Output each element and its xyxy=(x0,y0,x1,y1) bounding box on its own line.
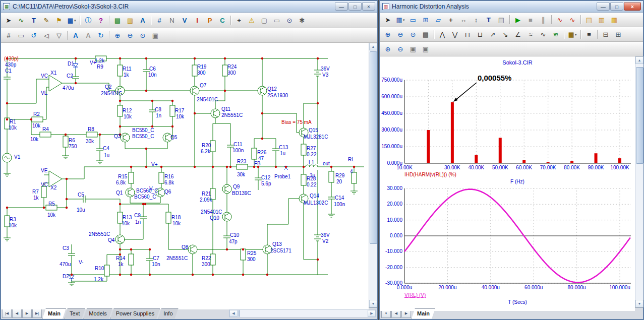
zoom-window-mode-icon[interactable]: ⊞ xyxy=(420,14,432,26)
print-preview-icon[interactable]: ▤ xyxy=(420,28,432,40)
run-button-icon[interactable]: ▶ xyxy=(512,14,524,26)
schematic-titlebar[interactable]: ▦ C:\MC11\DATA\Petrov\Sokol-3\Sokol-3.CI… xyxy=(1,1,377,13)
plots-svg[interactable]: 750.000u600.000u450.000u300.000u150.000u… xyxy=(380,56,635,308)
rotate-tool-icon[interactable]: ↺ xyxy=(28,29,40,41)
scroll-down-button[interactable]: ▼ xyxy=(635,300,643,307)
copy-graph-icon[interactable]: ▣ xyxy=(407,43,419,55)
properties-icon[interactable]: ▤ xyxy=(495,14,507,26)
plot-page[interactable]: 750.000u600.000u450.000u300.000u150.000u… xyxy=(380,56,635,311)
stop-button-icon[interactable]: ■ xyxy=(524,14,537,26)
flag-tool-icon[interactable]: ⚑ xyxy=(53,14,65,26)
schematic-vertical-scrollbar[interactable]: ▲ ▼ xyxy=(369,43,377,307)
bottom-measure-icon[interactable]: ⊔ xyxy=(474,28,486,40)
text-page-icon[interactable]: ▥ xyxy=(124,14,136,26)
show-pin-numbers-icon[interactable]: # xyxy=(153,14,165,26)
select-tool-icon[interactable]: ➤ xyxy=(3,14,15,26)
slope-measure-icon[interactable]: ∠ xyxy=(512,28,524,40)
schematic-horizontal-scrollbar[interactable]: ◀ ▶ xyxy=(229,309,376,317)
horizontal-axis-grid-icon[interactable]: ⊟ xyxy=(600,28,612,40)
schematic-tab-nav-button-1[interactable]: ◀ xyxy=(12,309,22,318)
dropdown-arrow-icon[interactable]: ▾ xyxy=(403,18,405,22)
mirror-y-tool-icon[interactable]: ▽ xyxy=(53,29,65,41)
enable-region-icon[interactable]: ▤ xyxy=(111,14,124,26)
line-tool-icon[interactable]: ✎ xyxy=(40,14,52,26)
scroll-thumb[interactable] xyxy=(370,51,377,244)
top-measure-icon[interactable]: ⊓ xyxy=(461,28,474,40)
wire-mode-icon[interactable]: ∿ xyxy=(15,14,27,26)
help-mode-icon[interactable]: ? xyxy=(95,14,107,26)
zoom-fit-icon[interactable]: ⊙ xyxy=(407,28,419,40)
restore-button[interactable]: □ xyxy=(348,3,362,11)
pause-button-icon[interactable]: ∥ xyxy=(537,14,549,26)
scroll-thumb[interactable] xyxy=(239,310,240,317)
zoom-out-icon[interactable]: ⊖ xyxy=(394,28,406,40)
show-currents-icon[interactable]: I xyxy=(191,14,203,26)
zoom-in-plot-icon[interactable]: ⊕ xyxy=(382,43,394,55)
watch-panel-icon[interactable]: ▤ xyxy=(583,14,595,26)
tab-models[interactable]: Models xyxy=(83,308,112,319)
scale-mode-icon[interactable]: ▱ xyxy=(432,14,444,26)
numeric-output-icon[interactable]: ≡ xyxy=(583,28,595,40)
zoom-in-icon[interactable]: ⊕ xyxy=(111,29,124,41)
zoom-area-icon[interactable]: ⊙ xyxy=(137,29,149,41)
scroll-track[interactable] xyxy=(369,50,377,300)
waveform-dropdown-icon[interactable]: ▦▾ xyxy=(566,28,578,40)
minimize-button[interactable]: — xyxy=(335,3,348,11)
info-mode-icon[interactable]: ⓘ xyxy=(82,14,94,26)
scroll-down-button[interactable]: ▼ xyxy=(369,300,377,307)
rise-measure-icon[interactable]: ↗ xyxy=(487,28,499,40)
zoom-out-icon[interactable]: ⊖ xyxy=(124,29,136,41)
analysis-titlebar[interactable]: ▥ Harmonic Distortion Analysis — □ × xyxy=(380,1,643,13)
valley-measure-icon[interactable]: ⋁ xyxy=(449,28,461,40)
find-next-tool-icon[interactable]: A xyxy=(82,29,94,41)
transient-waveform-chart[interactable]: 30.00020.00010.0000.000-10.000-20.000-30… xyxy=(385,185,631,305)
zoom-out-plot-icon[interactable]: ⊖ xyxy=(394,43,406,55)
text-tool-icon[interactable]: T xyxy=(483,14,495,26)
period-measure-icon[interactable]: ∿ xyxy=(537,28,549,40)
minimize-button[interactable]: — xyxy=(597,3,610,11)
zoom-select-icon[interactable]: ⊙ xyxy=(283,14,296,26)
scroll-up-button[interactable]: ▲ xyxy=(369,43,377,50)
fall-measure-icon[interactable]: ↘ xyxy=(499,28,511,40)
show-node-voltages-icon[interactable]: V xyxy=(179,14,191,26)
preferences-icon[interactable]: ✱ xyxy=(296,14,308,26)
component-dropdown-icon[interactable]: ▦▾ xyxy=(394,14,406,26)
error-check-icon[interactable]: ⚠ xyxy=(246,14,258,26)
new-page-icon[interactable]: ▢ xyxy=(258,14,270,26)
find-tool-icon[interactable]: A xyxy=(70,29,82,41)
data-panel-icon[interactable]: ▥ xyxy=(596,14,608,26)
edit-attributes-icon[interactable]: A xyxy=(137,14,149,26)
scroll-left-button[interactable]: ◀ xyxy=(229,310,238,317)
select-box-icon[interactable]: ▭ xyxy=(15,29,27,41)
overlay-waveforms-icon[interactable]: ≋ xyxy=(550,28,562,40)
show-node-numbers-icon[interactable]: N xyxy=(166,14,178,26)
harmonic-distortion-chart[interactable]: 750.000u600.000u450.000u300.000u150.000u… xyxy=(381,59,631,184)
ripple-measure-icon[interactable]: ≈ xyxy=(524,28,537,40)
component-dropdown-icon[interactable]: ▦▾ xyxy=(66,14,78,26)
tab-info[interactable]: Info xyxy=(158,308,178,319)
grid-toggle-icon[interactable]: # xyxy=(3,29,15,41)
schematic-tab-nav-button-3[interactable]: ▶| xyxy=(32,309,42,318)
repeat-tool-icon[interactable]: ↻ xyxy=(95,29,107,41)
show-power-icon[interactable]: P xyxy=(204,14,216,26)
scroll-right-button[interactable]: ▶ xyxy=(368,310,376,317)
vertical-axis-grid-icon[interactable]: ⊞ xyxy=(612,28,624,40)
dropdown-arrow-icon[interactable]: ▾ xyxy=(74,19,76,22)
page-view-icon[interactable]: ▣ xyxy=(149,29,161,41)
sheet-view-icon[interactable]: ▭ xyxy=(271,14,283,26)
schematic-tab-nav-button-0[interactable]: |◀ xyxy=(2,309,12,318)
tab-power-supplies[interactable]: Power Supplies xyxy=(110,308,160,319)
tab-analysis-main[interactable]: Main xyxy=(412,308,435,319)
show-conditions-icon[interactable]: C xyxy=(216,14,228,26)
dropdown-arrow-icon[interactable]: ▾ xyxy=(575,33,577,36)
analysis-plot-icon[interactable]: ∿ xyxy=(566,14,578,26)
select-region-mode-icon[interactable]: ▭ xyxy=(407,14,419,26)
vertical-tag-mode-icon[interactable]: ↕ xyxy=(470,14,482,26)
peak-measure-icon[interactable]: ⋀ xyxy=(436,28,448,40)
schematic-tab-nav-button-2[interactable]: ▶ xyxy=(22,309,32,318)
restore-button[interactable]: □ xyxy=(610,3,623,11)
scroll-up-button[interactable]: ▲ xyxy=(635,56,643,64)
plot-vertical-scrollbar[interactable]: ▲ ▼ xyxy=(635,56,643,307)
scroll-thumb[interactable] xyxy=(636,67,643,164)
zoom-in-icon[interactable]: ⊕ xyxy=(382,28,394,40)
